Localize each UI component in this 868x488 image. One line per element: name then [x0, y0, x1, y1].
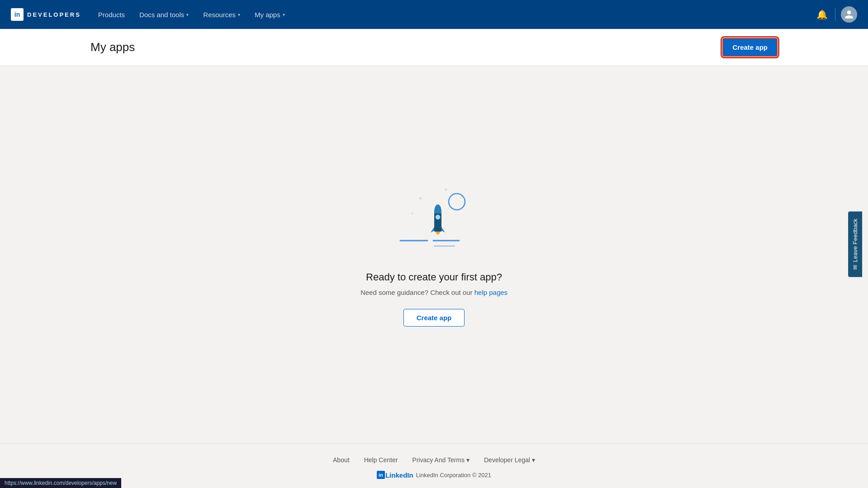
svg-text:+: +	[418, 194, 422, 202]
nav-resources[interactable]: Resources ▾	[197, 7, 247, 22]
svg-text:+: +	[411, 210, 414, 217]
nav-resources-label: Resources	[203, 11, 236, 19]
empty-state-title: Ready to create your first app?	[366, 271, 502, 283]
footer-privacy-and-terms[interactable]: Privacy And Terms ▾	[412, 456, 470, 464]
footer-about-label: About	[333, 456, 350, 464]
avatar-icon	[844, 9, 854, 19]
logo-icon: in	[11, 8, 24, 21]
nav-docs-and-tools[interactable]: Docs and tools ▾	[133, 7, 195, 22]
empty-state-subtitle: Need some guidance? Check out our help p…	[360, 289, 508, 296]
svg-point-7	[435, 214, 441, 220]
svg-text:+: +	[444, 186, 448, 193]
feedback-icon: ✉	[852, 265, 859, 270]
feedback-tab[interactable]: ✉ Leave Feedback	[848, 211, 862, 277]
notification-bell-icon[interactable]: 🔔	[815, 7, 830, 22]
nav-right: 🔔	[815, 6, 857, 23]
nav-items: Products Docs and tools ▾ Resources ▾ My…	[92, 7, 815, 22]
nav-products-label: Products	[98, 11, 125, 19]
status-bar: https://www.linkedin.com/developers/apps…	[0, 478, 121, 488]
nav-my-apps-label: My apps	[255, 11, 280, 19]
nav-resources-chevron-icon: ▾	[238, 12, 240, 17]
status-url: https://www.linkedin.com/developers/apps…	[5, 480, 117, 486]
nav-docs-chevron-icon: ▾	[186, 12, 189, 17]
footer-copyright: LinkedIn Corporation © 2021	[416, 472, 491, 479]
footer: About Help Center Privacy And Terms ▾ De…	[0, 443, 868, 488]
logo-in-text: in	[14, 11, 20, 18]
footer-privacy-label: Privacy And Terms	[412, 456, 465, 464]
logo[interactable]: in DEVELOPERS	[11, 8, 81, 21]
footer-developer-legal[interactable]: Developer Legal ▾	[484, 456, 535, 464]
feedback-label: Leave Feedback	[852, 218, 859, 262]
footer-brand: inLinkedIn LinkedIn Corporation © 2021	[11, 471, 857, 479]
create-app-button-top[interactable]: Create app	[722, 38, 778, 57]
page-title: My apps	[90, 40, 135, 54]
nav-docs-label: Docs and tools	[139, 11, 184, 19]
footer-developer-legal-label: Developer Legal	[484, 456, 530, 464]
nav-products[interactable]: Products	[92, 7, 131, 22]
user-avatar[interactable]	[841, 6, 857, 23]
page-header: My apps Create app	[0, 29, 868, 66]
footer-links: About Help Center Privacy And Terms ▾ De…	[11, 456, 857, 464]
rocket-illustration: + + +	[380, 183, 489, 257]
logo-text: DEVELOPERS	[27, 11, 81, 18]
footer-legal-chevron-icon: ▾	[532, 456, 535, 464]
svg-point-3	[449, 194, 465, 210]
create-app-button-center[interactable]: Create app	[403, 309, 465, 327]
linkedin-footer-logo: inLinkedIn	[377, 471, 413, 479]
footer-help-center[interactable]: Help Center	[364, 456, 398, 464]
nav-divider	[835, 8, 835, 21]
nav-my-apps[interactable]: My apps ▾	[248, 7, 291, 22]
empty-state-subtitle-text: Need some guidance? Check out our	[360, 289, 474, 296]
linkedin-logo-box: in	[377, 471, 385, 479]
help-pages-link[interactable]: help pages	[474, 289, 508, 296]
footer-about[interactable]: About	[333, 456, 350, 464]
footer-privacy-chevron-icon: ▾	[466, 456, 470, 464]
empty-state-illustration: + + +	[380, 183, 489, 255]
footer-help-center-label: Help Center	[364, 456, 398, 464]
nav-my-apps-chevron-icon: ▾	[283, 12, 285, 17]
main-content: + + +	[0, 66, 868, 443]
navbar: in DEVELOPERS Products Docs and tools ▾ …	[0, 0, 868, 29]
